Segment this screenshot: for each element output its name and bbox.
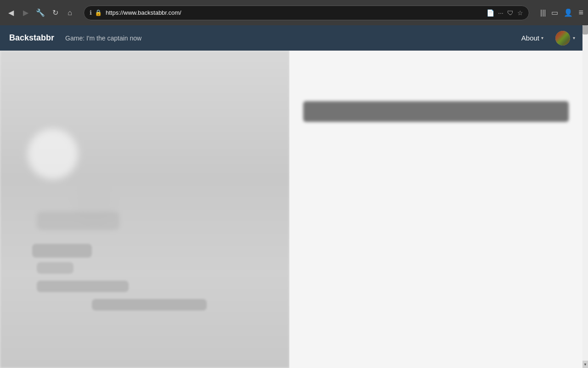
about-dropdown[interactable]: About ▾ [517,31,548,45]
map-blob-4 [32,244,92,258]
browser-right-icons: ||| ▭ 👤 ≡ [540,8,583,17]
tools-icon: 🔧 [36,8,45,17]
map-blob-7 [92,299,207,310]
shield-icon: 🛡 [507,9,514,17]
address-bar-icons: ℹ 🔒 [90,9,102,16]
url-input[interactable] [106,9,483,16]
more-icon[interactable]: ··· [498,9,503,17]
scrollbar-down-arrow[interactable]: ▼ [582,361,588,368]
about-caret-icon: ▾ [541,35,543,40]
info-icon: ℹ [90,9,92,16]
about-label: About [521,34,539,42]
nav-buttons: ◀ ▶ 🔧 ↻ ⌂ [5,6,76,19]
address-bar[interactable]: ℹ 🔒 📄 ··· 🛡 ☆ [84,6,529,20]
back-icon: ◀ [8,8,14,17]
browser-toolbar: ◀ ▶ 🔧 ↻ ⌂ ℹ 🔒 📄 ··· 🛡 ☆ ||| ▭ 👤 ≡ [0,0,588,25]
profile-icon[interactable]: 👤 [564,8,573,17]
back-button[interactable]: ◀ [5,6,17,19]
sidebar-icon[interactable]: ▭ [551,8,558,17]
map-blob-5 [37,262,74,274]
map-blob-1 [28,129,78,179]
game-map-panel [0,51,289,368]
user-dropdown[interactable]: ▾ [552,29,579,47]
main-content [0,51,582,368]
avatar-image [555,31,570,46]
home-button[interactable]: ⌂ [63,6,76,19]
map-blob-6 [37,281,129,292]
browser-menu-button[interactable]: ≡ [578,8,583,17]
app-navbar: Backstabbr Game: I'm the captain now Abo… [0,25,588,51]
tools-button[interactable]: 🔧 [34,6,47,19]
library-icon[interactable]: ||| [540,9,546,17]
game-action-bar [303,101,569,122]
star-icon[interactable]: ☆ [517,9,523,17]
user-avatar [555,31,570,46]
game-info-panel [289,51,582,368]
game-title: Game: I'm the captain now [65,34,141,42]
refresh-icon: ↻ [52,8,58,17]
map-blob-3 [37,212,119,230]
scrollbar-thumb[interactable] [582,25,588,34]
home-icon: ⌂ [68,9,72,17]
lock-icon: 🔒 [95,9,102,16]
forward-button[interactable]: ▶ [19,6,32,19]
reader-icon[interactable]: 📄 [486,9,494,17]
address-right-icons: 📄 ··· 🛡 ☆ [486,9,523,17]
scrollbar-track[interactable]: ▲ ▼ [582,25,588,368]
user-caret-icon: ▾ [573,35,575,40]
refresh-button[interactable]: ↻ [49,6,62,19]
app-nav-right: About ▾ ▾ [517,29,579,47]
forward-icon: ▶ [23,8,28,17]
app-brand-link[interactable]: Backstabbr [9,33,54,43]
